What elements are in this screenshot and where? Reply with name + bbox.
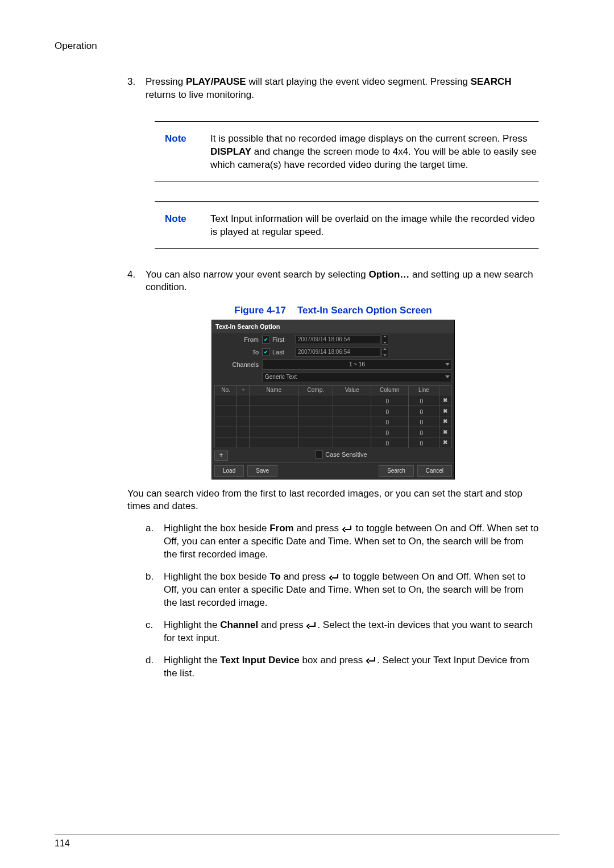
channels-select[interactable]: 1 ~ 16 <box>262 359 452 370</box>
note-text: Text Input information will be overlaid … <box>210 213 539 239</box>
footer-rule <box>55 834 559 835</box>
figure-number: Figure 4-17 <box>234 305 286 316</box>
step-3-text: Pressing PLAY/PAUSE will start playing t… <box>146 76 539 102</box>
note-label: Note <box>165 213 210 239</box>
substep-c: c. Highlight the Channel and press . Sel… <box>146 619 539 645</box>
text-input-device-select[interactable]: Generic Text <box>262 372 452 382</box>
first-checkbox[interactable]: ✔ <box>262 336 270 344</box>
channels-label: Channels <box>214 361 262 369</box>
step-4-text: You can also narrow your event search by… <box>146 268 539 295</box>
text-in-search-option-dialog: Text-In Search Option From ✔ First 2007/… <box>211 320 455 479</box>
bold: Channel <box>220 619 258 630</box>
note-text: It is possible that no recorded image di… <box>210 133 539 172</box>
section-title: Operation <box>55 40 559 53</box>
delete-row-icon[interactable]: ✖ <box>439 437 451 448</box>
delete-row-icon[interactable]: ✖ <box>439 395 451 406</box>
save-button[interactable]: Save <box>247 465 277 477</box>
substep-a: a. Highlight the box beside From and pre… <box>146 522 539 561</box>
from-spinner[interactable] <box>381 334 388 345</box>
step-4: 4. You can also narrow your event search… <box>127 268 539 295</box>
enter-icon <box>329 573 340 581</box>
step-num-4: 4. <box>127 268 146 295</box>
dialog-title: Text-In Search Option <box>212 320 454 333</box>
page-number: 114 <box>55 837 70 850</box>
last-label: Last <box>272 348 295 357</box>
txt: and press <box>258 619 306 630</box>
delete-row-icon[interactable]: ✖ <box>439 416 451 427</box>
bold: Text Input Device <box>220 655 300 666</box>
enter-icon <box>366 656 377 664</box>
note-block-1: Note It is possible that no recorded ima… <box>155 121 539 182</box>
txt: and change the screen mode to 4x4. You w… <box>210 146 537 170</box>
txt: Highlight the box beside <box>164 523 269 534</box>
txt: returns to live monitoring. <box>146 89 254 100</box>
note-block-2: Note Text Input information will be over… <box>155 201 539 249</box>
bold: To <box>269 571 281 582</box>
to-spinner[interactable] <box>381 347 388 357</box>
letter-a: a. <box>146 522 164 561</box>
conditions-table: No. + Name Comp. Value Column Line 00✖ 0… <box>214 385 452 448</box>
case-sensitive-label: Case Sensitive <box>325 450 367 459</box>
txt: It is possible that no recorded image di… <box>210 133 528 144</box>
figure-caption: Figure 4-17Text-In Search Option Screen <box>127 304 539 317</box>
to-datetime-field[interactable]: 2007/09/14 18:06:54 <box>295 348 380 357</box>
from-label: From <box>214 336 262 344</box>
bold: SEARCH <box>471 76 512 87</box>
to-label: To <box>214 348 262 357</box>
bold: PLAY/PAUSE <box>186 76 246 87</box>
letter-d: d. <box>146 654 164 680</box>
step-num-3: 3. <box>127 76 146 102</box>
txt: Highlight the <box>164 619 220 630</box>
txt: box and press <box>300 655 366 666</box>
txt: You can also narrow your event search by… <box>146 269 369 280</box>
load-button[interactable]: Load <box>214 465 244 477</box>
hr <box>155 248 539 249</box>
th-comp: Comp. <box>298 386 333 395</box>
bold: Option… <box>369 269 410 280</box>
table-row[interactable]: 00✖ <box>215 437 452 448</box>
search-button[interactable]: Search <box>379 465 414 477</box>
add-row-button[interactable]: + <box>214 450 228 461</box>
delete-row-icon[interactable]: ✖ <box>439 427 451 437</box>
th-value: Value <box>333 386 371 395</box>
figure-title: Text-In Search Option Screen <box>297 305 432 316</box>
th-plus: + <box>237 386 250 395</box>
table-row[interactable]: 00✖ <box>215 395 452 406</box>
txt: and press <box>294 523 342 534</box>
hr <box>155 181 539 182</box>
cancel-button[interactable]: Cancel <box>417 465 452 477</box>
enter-icon <box>342 525 353 533</box>
th-no: No. <box>215 386 237 395</box>
from-datetime-field[interactable]: 2007/09/14 18:06:54 <box>295 335 380 344</box>
letter-b: b. <box>146 571 164 610</box>
substep-b: b. Highlight the box beside To and press… <box>146 571 539 610</box>
after-figure-text: You can search video from the first to l… <box>127 487 539 514</box>
th-column: Column <box>371 386 408 395</box>
table-row[interactable]: 00✖ <box>215 406 452 416</box>
enter-icon <box>306 622 317 630</box>
delete-row-icon[interactable]: ✖ <box>439 406 451 416</box>
bold: DISPLAY <box>210 146 251 157</box>
last-checkbox[interactable]: ✔ <box>262 348 270 356</box>
txt: Highlight the box beside <box>164 571 269 582</box>
note-label: Note <box>165 133 210 172</box>
th-del <box>439 386 451 395</box>
table-row[interactable]: 00✖ <box>215 427 452 437</box>
txt: and press <box>281 571 329 582</box>
th-name: Name <box>250 386 298 395</box>
substep-d: d. Highlight the Text Input Device box a… <box>146 654 539 680</box>
bold: From <box>269 523 294 534</box>
txt: will start playing the event video segme… <box>246 76 471 87</box>
first-label: First <box>272 336 295 344</box>
case-sensitive-checkbox[interactable] <box>315 450 323 458</box>
step-3: 3. Pressing PLAY/PAUSE will start playin… <box>127 76 539 102</box>
table-row[interactable]: 00✖ <box>215 416 452 427</box>
th-line: Line <box>408 386 439 395</box>
txt: Pressing <box>146 76 186 87</box>
txt: Highlight the <box>164 655 220 666</box>
letter-c: c. <box>146 619 164 645</box>
